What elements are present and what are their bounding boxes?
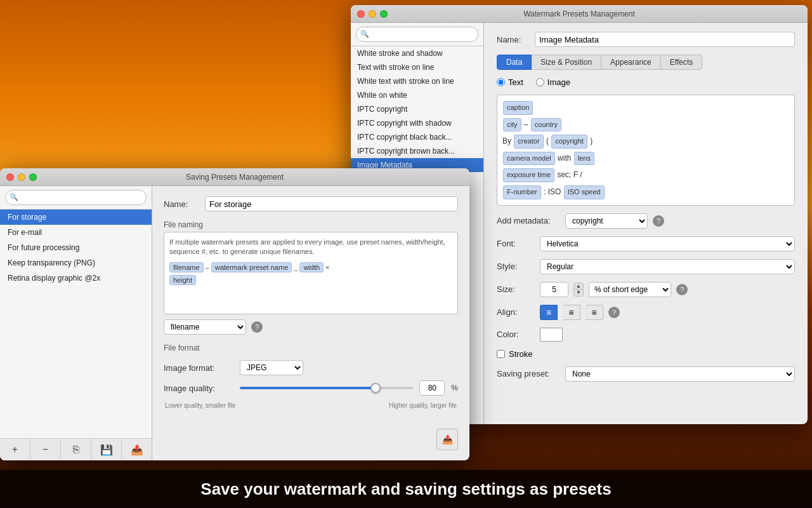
wm-font-row: Font: Helvetica: [497, 236, 795, 251]
wm-image-radio-label[interactable]: Image: [536, 77, 570, 87]
wm-style-row: Style: Regular: [497, 259, 795, 274]
sp-fn-select[interactable]: filename: [164, 319, 246, 335]
sp-preset-item-2[interactable]: For e-mail: [0, 225, 152, 240]
wm-preset-item-2[interactable]: Text with stroke on line: [351, 60, 483, 74]
meta-dash: –: [524, 120, 530, 129]
sp-name-input[interactable]: [205, 196, 458, 211]
sp-fn-tags-line2: height: [169, 275, 452, 285]
sp-bottom-row: 📤: [164, 429, 458, 450]
meta-tag-iso-speed: ISO speed: [564, 185, 605, 199]
meta-by: By: [502, 137, 513, 145]
fn-dash: –: [206, 264, 209, 271]
sp-file-naming-desc: If multiple watermark presets are applie…: [169, 237, 452, 257]
wm-add-meta-select[interactable]: copyright caption city country: [565, 213, 648, 229]
wm-search-wrap: 🔍: [356, 27, 478, 42]
wm-search-input[interactable]: [356, 27, 478, 42]
wm-name-input[interactable]: [535, 32, 795, 47]
wm-preset-item-5[interactable]: IPTC copyright: [351, 102, 483, 116]
wm-align-center-btn[interactable]: ≡: [563, 305, 580, 320]
wm-font-label: Font:: [497, 239, 535, 248]
tab-appearance[interactable]: Appearance: [601, 55, 661, 70]
wm-text-radio-label[interactable]: Text: [497, 77, 523, 87]
wm-size-input[interactable]: [540, 282, 568, 297]
sp-copy-button[interactable]: ⎘: [61, 439, 91, 460]
sp-search-bar: 🔍: [0, 186, 152, 210]
sp-preset-item-3[interactable]: For future processing: [0, 240, 152, 255]
sp-bottom-export-btn[interactable]: 📤: [436, 429, 458, 450]
wm-metadata-box[interactable]: caption city – country By creator ( copy…: [497, 95, 795, 206]
sp-file-format-title: File format: [164, 344, 458, 352]
wm-traffic-lights: [357, 10, 388, 18]
sp-export-button[interactable]: 📤: [122, 439, 152, 460]
wm-type-radio-row: Text Image: [497, 77, 795, 87]
wm-text-radio[interactable]: [497, 78, 505, 86]
wm-data-tab-content: Text Image caption city – count: [497, 77, 795, 382]
meta-tag-lens: lens: [574, 152, 594, 166]
wm-style-select[interactable]: Regular: [540, 259, 795, 274]
wm-align-right-btn[interactable]: ≡: [586, 305, 603, 320]
sp-fn-row: filename ?: [164, 319, 458, 335]
wm-align-left-btn[interactable]: ≡: [540, 305, 558, 320]
saving-presets-window: Saving Presets Management 🔍 For storage …: [0, 168, 469, 460]
wm-text-radio-text: Text: [508, 77, 523, 87]
wm-size-help-icon[interactable]: ?: [676, 284, 688, 295]
tab-effects[interactable]: Effects: [661, 55, 702, 70]
sp-name-row: Name:: [164, 196, 458, 211]
wm-align-row: Align: ≡ ≡ ≡ ?: [497, 305, 795, 320]
sp-save-button[interactable]: 💾: [91, 439, 122, 460]
sp-close-button[interactable]: [6, 173, 14, 181]
sp-preset-item-5[interactable]: Retina display graphic @2x: [0, 271, 152, 286]
sp-remove-button[interactable]: −: [30, 439, 61, 460]
wm-search-icon: 🔍: [360, 30, 369, 38]
sp-add-button[interactable]: +: [0, 439, 30, 460]
meta-tag-copyright: copyright: [551, 135, 587, 149]
wm-minimize-button[interactable]: [369, 10, 376, 18]
wm-preset-item-1[interactable]: White stroke and shadow: [351, 46, 483, 60]
wm-close-button[interactable]: [357, 10, 365, 18]
wm-maximize-button[interactable]: [380, 10, 388, 18]
sp-minimize-button[interactable]: [18, 173, 25, 181]
wm-image-radio[interactable]: [536, 78, 544, 86]
sp-image-quality-row: Image quality: %: [164, 380, 458, 396]
wm-size-unit-select[interactable]: % of short edge: [589, 282, 671, 297]
sp-preset-item-1[interactable]: For storage: [0, 210, 152, 225]
wm-stroke-checkbox[interactable]: [497, 350, 505, 358]
sp-quality-low-label: Lower quality, smaller file: [165, 402, 236, 409]
wm-size-label: Size:: [497, 284, 535, 294]
wm-saving-preset-row: Saving preset: None: [497, 366, 795, 382]
sp-image-format-select[interactable]: JPEG PNG TIFF: [240, 360, 303, 375]
wm-preset-item-3[interactable]: White text with stroke on line: [351, 74, 483, 88]
subtitle-bar: Save your watermark and saving settings …: [0, 470, 812, 508]
wm-size-stepper-down[interactable]: ▼: [574, 290, 583, 296]
wm-size-stepper-up[interactable]: ▲: [574, 283, 583, 290]
sp-fn-tags-line: filename – watermark preset name _ width…: [169, 262, 452, 272]
sp-window-title: Saving Presets Management: [186, 173, 284, 182]
sp-fn-help-icon[interactable]: ?: [251, 321, 263, 333]
sp-toolbar: + − ⎘ 💾 📤: [0, 438, 152, 460]
meta-with: with: [558, 154, 573, 163]
sp-preset-list: For storage For e-mail For future proces…: [0, 210, 152, 438]
sp-traffic-lights: [6, 173, 37, 181]
wm-tabs: Data Size & Position Appearance Effects: [497, 55, 795, 70]
sp-preset-list-panel: 🔍 For storage For e-mail For future proc…: [0, 186, 152, 460]
meta-tag-creator: creator: [514, 135, 543, 149]
wm-add-meta-help-icon[interactable]: ?: [653, 215, 664, 227]
sp-body: 🔍 For storage For e-mail For future proc…: [0, 186, 469, 460]
wm-font-select[interactable]: Helvetica: [540, 236, 795, 251]
sp-maximize-button[interactable]: [29, 173, 37, 181]
tab-size-position[interactable]: Size & Position: [532, 55, 601, 70]
wm-name-label: Name:: [497, 35, 528, 44]
meta-tag-country: country: [531, 118, 561, 132]
wm-preset-item-6[interactable]: IPTC copyright with shadow: [351, 116, 483, 130]
sp-quality-slider[interactable]: [240, 387, 413, 389]
wm-preset-item-7[interactable]: IPTC copyright black back...: [351, 130, 483, 144]
sp-quality-input[interactable]: [419, 380, 445, 396]
wm-align-help-icon[interactable]: ?: [608, 307, 620, 318]
wm-color-swatch[interactable]: [540, 328, 563, 342]
wm-saving-preset-select[interactable]: None: [565, 366, 795, 382]
sp-search-input[interactable]: [5, 190, 147, 205]
wm-preset-item-4[interactable]: White on white: [351, 88, 483, 102]
tab-data[interactable]: Data: [497, 55, 532, 70]
wm-preset-item-8[interactable]: IPTC copyright brown back...: [351, 144, 483, 158]
sp-preset-item-4[interactable]: Keep transparency (PNG): [0, 255, 152, 271]
